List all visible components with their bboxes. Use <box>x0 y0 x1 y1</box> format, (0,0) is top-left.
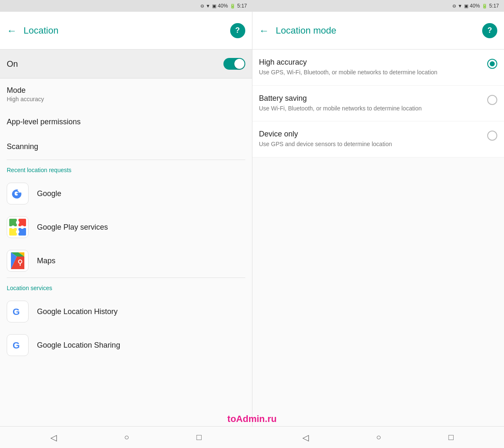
location-history-name: Google Location History <box>37 307 118 316</box>
location-content: On Mode High accuracy App-level permissi… <box>0 50 252 426</box>
high-accuracy-text: High accuracy Use GPS, Wi-Fi, Bluetooth,… <box>259 58 483 77</box>
device-only-title: Device only <box>259 130 483 139</box>
wifi-icon-left: ▼ <box>206 3 210 8</box>
back-nav-left[interactable]: ◁ <box>44 429 63 446</box>
time-right: 5:17 <box>489 3 499 9</box>
recent-nav-left[interactable]: □ <box>190 429 208 445</box>
device-only-subtitle: Use GPS and device sensors to determine … <box>259 140 483 149</box>
app-item-location-sharing[interactable]: G Google Location Sharing <box>0 328 252 362</box>
google-app-icon: G <box>7 183 29 204</box>
dnd-icon-left: ⊖ <box>200 3 204 9</box>
high-accuracy-option[interactable]: High accuracy Use GPS, Wi-Fi, Bluetooth,… <box>252 50 504 86</box>
location-mode-value: High accuracy <box>7 96 245 102</box>
location-title: Location <box>24 25 230 36</box>
location-sharing-name: Google Location Sharing <box>37 341 120 350</box>
svg-point-6 <box>16 221 19 224</box>
location-toggle-label: On <box>7 59 223 69</box>
location-mode-help-button[interactable]: ? <box>482 23 497 38</box>
signal-icon-left: ▣ <box>212 3 216 9</box>
bottom-nav: ◁ ○ □ ◁ ○ □ <box>0 426 504 448</box>
battery-saving-radio[interactable] <box>487 95 497 105</box>
svg-text:G: G <box>13 340 20 351</box>
play-services-app-name: Google Play services <box>37 223 108 232</box>
svg-point-8 <box>16 230 19 233</box>
play-services-app-icon <box>7 216 29 238</box>
location-mode-content: High accuracy Use GPS, Wi-Fi, Bluetooth,… <box>252 50 504 426</box>
location-history-icon: G <box>7 301 29 322</box>
location-back-button[interactable]: ← <box>7 25 17 37</box>
app-item-play-services[interactable]: Google Play services <box>0 210 252 244</box>
wifi-icon-right: ▼ <box>458 3 462 8</box>
svg-point-7 <box>21 225 24 229</box>
status-bar-right: ⊖ ▼ ▣ 40% 🔋 5:17 <box>252 0 504 12</box>
app-item-google[interactable]: G Google <box>0 177 252 210</box>
maps-app-name: Maps <box>37 257 55 265</box>
bottom-nav-right: ◁ ○ □ <box>252 427 504 448</box>
back-nav-right[interactable]: ◁ <box>296 429 315 446</box>
battery-left: 40% <box>218 3 228 9</box>
location-mode-screen: ← Location mode ? High accuracy Use GPS,… <box>252 12 504 426</box>
battery-saving-subtitle: Use Wi-Fi, Bluetooth, or mobile networks… <box>259 105 483 113</box>
device-only-text: Device only Use GPS and device sensors t… <box>259 130 483 149</box>
battery-icon-left: 🔋 <box>230 3 236 9</box>
battery-icon-right: 🔋 <box>482 3 488 9</box>
svg-rect-3 <box>18 219 26 226</box>
high-accuracy-title: High accuracy <box>259 58 483 67</box>
location-screen: ← Location ? On Mode High accuracy App-l… <box>0 12 252 426</box>
location-help-button[interactable]: ? <box>230 23 245 38</box>
svg-point-9 <box>11 225 15 229</box>
home-nav-left[interactable]: ○ <box>117 429 136 445</box>
location-app-permissions-item[interactable]: App-level permissions <box>0 110 252 135</box>
battery-saving-text: Battery saving Use Wi-Fi, Bluetooth, or … <box>259 94 483 113</box>
signal-icon-right: ▣ <box>464 3 468 9</box>
location-scanning-item[interactable]: Scanning <box>0 135 252 160</box>
location-app-permissions-label: App-level permissions <box>7 118 245 126</box>
location-scanning-label: Scanning <box>7 142 245 151</box>
time-left: 5:17 <box>237 3 247 9</box>
svg-text:G: G <box>13 307 20 317</box>
battery-saving-title: Battery saving <box>259 94 483 103</box>
device-only-radio[interactable] <box>487 131 497 141</box>
location-toggle-switch[interactable] <box>223 58 245 70</box>
status-bar: ⊖ ▼ ▣ 40% 🔋 5:17 ⊖ ▼ ▣ 40% 🔋 5:17 <box>0 0 504 12</box>
recent-section-header: Recent location requests <box>0 160 252 177</box>
location-mode-topbar: ← Location mode ? <box>252 12 504 50</box>
battery-saving-option[interactable]: Battery saving Use Wi-Fi, Bluetooth, or … <box>252 86 504 122</box>
dnd-icon-right: ⊖ <box>452 3 456 9</box>
location-mode-item[interactable]: Mode High accuracy <box>0 79 252 110</box>
svg-text:G: G <box>13 189 20 198</box>
battery-right: 40% <box>470 3 480 9</box>
high-accuracy-radio[interactable] <box>487 59 497 69</box>
services-section-header: Location services <box>0 278 252 295</box>
location-topbar: ← Location ? <box>0 12 252 50</box>
home-nav-right[interactable]: ○ <box>369 429 388 445</box>
svg-rect-4 <box>9 228 17 236</box>
location-toggle-row[interactable]: On <box>0 50 252 79</box>
svg-rect-2 <box>9 219 17 226</box>
device-only-option[interactable]: Device only Use GPS and device sensors t… <box>252 121 504 157</box>
location-mode-title: Location mode <box>276 25 483 36</box>
svg-point-16 <box>19 260 21 263</box>
status-bar-left: ⊖ ▼ ▣ 40% 🔋 5:17 <box>0 0 252 12</box>
svg-rect-5 <box>18 228 26 236</box>
location-mode-back-button[interactable]: ← <box>259 25 269 37</box>
screens-container: ← Location ? On Mode High accuracy App-l… <box>0 12 504 426</box>
high-accuracy-subtitle: Use GPS, Wi-Fi, Bluetooth, or mobile net… <box>259 68 483 77</box>
app-item-maps[interactable]: Maps <box>0 244 252 278</box>
location-sharing-icon: G <box>7 334 29 356</box>
maps-app-icon <box>7 250 29 272</box>
recent-nav-right[interactable]: □ <box>442 429 460 445</box>
bottom-nav-left: ◁ ○ □ <box>0 427 252 448</box>
app-item-location-history[interactable]: G Google Location History <box>0 295 252 328</box>
google-app-name: Google <box>37 189 61 198</box>
location-mode-label: Mode <box>7 86 245 95</box>
